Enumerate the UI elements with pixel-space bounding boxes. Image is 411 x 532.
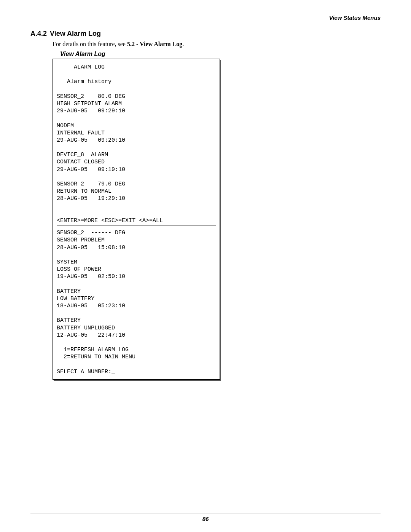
alarm-entry: SENSOR_2 79.0 DEG RETURN TO NORMAL 28-AU… [57,181,216,203]
intro-suffix: . [182,41,184,47]
alarm-entry: BATTERY BATTERY UNPLUGGED 12-AUG-05 22:4… [57,317,216,339]
intro-prefix: For details on this feature, see [53,41,127,47]
terminal-title: ALARM LOG [57,64,216,71]
alarm-entry: SENSOR_2 80.0 DEG HIGH SETPOINT ALARM 29… [57,93,216,115]
alarm-entry: MODEM INTERNAL FAULT 29-AUG-05 09:20:10 [57,122,216,144]
breadcrumb: View Status Menus [30,14,381,21]
section-number: A.4.2 [30,30,47,38]
nav-line: <ENTER>=MORE <ESC>=EXIT <A>=ALL [57,217,216,224]
divider [57,225,216,225]
terminal-subtitle: Alarm history [57,78,216,85]
terminal-screen: ALARM LOG Alarm history SENSOR_2 80.0 DE… [53,59,220,380]
section-heading: A.4.2View Alarm Log [30,30,381,38]
alarm-entry: SYSTEM LOSS OF POWER 19-AUG-05 02:50:10 [57,259,216,281]
select-prompt: SELECT A NUMBER:_ [57,368,216,375]
alarm-entry: BATTERY LOW BATTERY 18-AUG-05 05:23:10 [57,288,216,310]
sub-heading: View Alarm Log [60,51,381,58]
intro-text: For details on this feature, see 5.2 - V… [53,41,381,48]
alarm-entry: SENSOR_2 ------ DEG SENSOR PROBLEM 28-AU… [57,229,216,251]
alarm-entry: DEVICE_8 ALARM CONTACT CLOSED 29-AUG-05 … [57,151,216,173]
section-title: View Alarm Log [50,30,101,37]
page-number: 86 [30,516,381,522]
intro-bold: 5.2 - View Alarm Log [127,41,182,47]
menu-option-1: 1=REFRESH ALARM LOG [57,346,216,353]
menu-option-2: 2=RETURN TO MAIN MENU [57,353,216,361]
